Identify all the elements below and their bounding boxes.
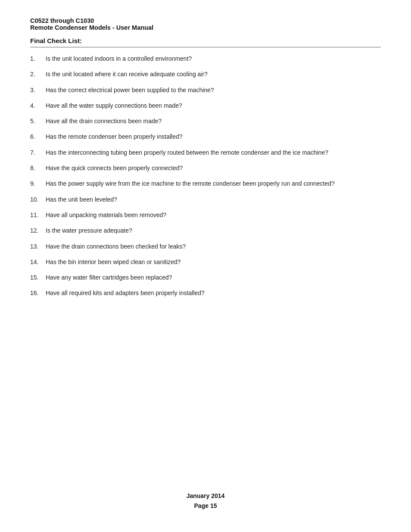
item-number: 10. xyxy=(30,195,46,204)
item-text: Have all the drain connections been made… xyxy=(46,117,381,125)
list-item: 9.Has the power supply wire from the ice… xyxy=(30,179,381,188)
item-number: 3. xyxy=(30,86,46,94)
list-item: 6.Has the remote condenser been properly… xyxy=(30,132,381,141)
item-text: Has the power supply wire from the ice m… xyxy=(46,179,381,188)
list-item: 12.Is the water pressure adequate? xyxy=(30,226,381,235)
list-item: 10.Has the unit been leveled? xyxy=(30,195,381,204)
item-number: 6. xyxy=(30,132,46,141)
item-number: 9. xyxy=(30,179,46,188)
list-item: 15.Have any water filter cartridges been… xyxy=(30,273,381,282)
item-text: Is the water pressure adequate? xyxy=(46,226,381,235)
item-number: 5. xyxy=(30,117,46,125)
item-number: 13. xyxy=(30,242,46,251)
item-number: 11. xyxy=(30,211,46,219)
list-item: 5.Have all the drain connections been ma… xyxy=(30,117,381,125)
list-item: 11.Have all unpacking materials been rem… xyxy=(30,211,381,219)
list-item: 16.Have all required kits and adapters b… xyxy=(30,289,381,297)
item-number: 2. xyxy=(30,70,46,78)
item-text: Have all the water supply connections be… xyxy=(46,101,381,110)
footer: January 2014 Page 15 xyxy=(0,491,411,510)
footer-line2: Page 15 xyxy=(0,501,411,510)
item-text: Have all unpacking materials been remove… xyxy=(46,211,381,219)
item-text: Is the unit located where it can receive… xyxy=(46,70,381,78)
item-number: 8. xyxy=(30,164,46,172)
item-text: Have any water filter cartridges been re… xyxy=(46,273,381,282)
item-number: 12. xyxy=(30,226,46,235)
item-number: 14. xyxy=(30,258,46,266)
item-number: 15. xyxy=(30,273,46,282)
item-number: 4. xyxy=(30,101,46,110)
list-item: 3.Has the correct electrical power been … xyxy=(30,86,381,94)
item-text: Is the unit located indoors in a control… xyxy=(46,54,381,63)
doc-header: C0522 through C1030 Remote Condenser Mod… xyxy=(30,17,381,31)
item-text: Has the remote condenser been properly i… xyxy=(46,132,381,141)
item-number: 7. xyxy=(30,148,46,157)
list-item: 4.Have all the water supply connections … xyxy=(30,101,381,110)
footer-line1: January 2014 xyxy=(0,491,411,501)
list-item: 8.Have the quick connects been properly … xyxy=(30,164,381,172)
list-item: 7.Has the interconnecting tubing been pr… xyxy=(30,148,381,157)
list-item: 13.Have the drain connections been check… xyxy=(30,242,381,251)
item-text: Has the unit been leveled? xyxy=(46,195,381,204)
item-text: Has the correct electrical power been su… xyxy=(46,86,381,94)
section-title: Final Check List: xyxy=(30,37,381,47)
item-text: Has the bin interior been wiped clean or… xyxy=(46,258,381,266)
doc-title-line1: C0522 through C1030 xyxy=(30,17,381,24)
page: C0522 through C1030 Remote Condenser Mod… xyxy=(0,0,411,532)
item-number: 1. xyxy=(30,54,46,63)
doc-title-line2: Remote Condenser Models - User Manual xyxy=(30,24,381,31)
list-item: 14.Has the bin interior been wiped clean… xyxy=(30,258,381,266)
item-text: Has the interconnecting tubing been prop… xyxy=(46,148,381,157)
list-item: 1.Is the unit located indoors in a contr… xyxy=(30,54,381,63)
item-text: Have all required kits and adapters been… xyxy=(46,289,381,297)
item-text: Have the quick connects been properly co… xyxy=(46,164,381,172)
item-text: Have the drain connections been checked … xyxy=(46,242,381,251)
checklist: 1.Is the unit located indoors in a contr… xyxy=(30,54,381,298)
list-item: 2.Is the unit located where it can recei… xyxy=(30,70,381,78)
item-number: 16. xyxy=(30,289,46,297)
